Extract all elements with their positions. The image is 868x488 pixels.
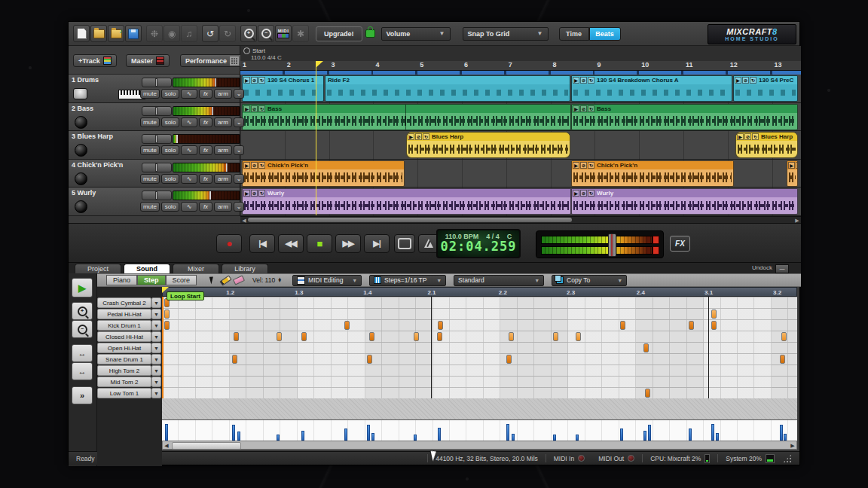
clip-loop-icon[interactable]: ↻ <box>588 77 594 84</box>
upgrade-button[interactable]: Upgrade! <box>316 26 362 41</box>
clip-loop-icon[interactable]: ↻ <box>258 77 265 84</box>
clip-mute-icon[interactable]: ⊘ <box>251 190 258 197</box>
drum-row-label[interactable]: Snare Drum 1 <box>97 354 151 364</box>
solo-button[interactable]: solo <box>161 202 179 212</box>
playhead-flag[interactable] <box>316 61 323 68</box>
clip-header[interactable]: ▶⊘↻Chick'n Pick'n <box>572 161 733 169</box>
track-fader[interactable] <box>142 163 172 172</box>
clip-mute-icon[interactable]: ⊘ <box>796 162 797 169</box>
step-note[interactable] <box>437 332 442 341</box>
zoom-out-button[interactable]: − <box>72 320 93 338</box>
scroll-left-icon[interactable]: ◀ <box>163 442 170 449</box>
clip-play-icon[interactable]: ▶ <box>788 162 795 169</box>
marker-lane[interactable]: Start 110.0 4/4 C <box>240 46 801 62</box>
clip-header[interactable]: ▶⊘↻130 S4 Breakdown Chorus A <box>572 76 732 84</box>
fx-button[interactable]: fx <box>199 174 212 184</box>
fx-button[interactable]: fx <box>199 145 212 155</box>
velocity-bar[interactable] <box>576 435 579 441</box>
clip-play-icon[interactable]: ▶ <box>243 190 250 197</box>
undock-label[interactable]: Undock <box>752 264 772 271</box>
go-to-start-button[interactable]: |◀ <box>249 234 275 253</box>
velocity-bar[interactable] <box>277 435 280 441</box>
fx-button[interactable]: fx <box>199 202 212 212</box>
velocity-bar[interactable] <box>711 424 714 441</box>
velocity-bar[interactable] <box>648 425 651 441</box>
master-track-button[interactable]: Master <box>126 54 170 67</box>
clip-play-icon[interactable]: ▶ <box>735 77 741 84</box>
velocity-bar[interactable] <box>301 431 304 441</box>
chevron-down-icon[interactable]: ▼ <box>151 320 161 331</box>
velocity-lane[interactable] <box>162 419 797 441</box>
master-fx-button[interactable]: FX <box>670 236 690 252</box>
tab-mixer[interactable]: Mixer <box>173 264 219 273</box>
clip-mute-icon[interactable]: ⊘ <box>251 77 258 84</box>
clip-loop-icon[interactable]: ↻ <box>423 133 429 140</box>
copy-to-dropdown[interactable]: Copy To▼ <box>552 275 627 286</box>
velocity-bar[interactable] <box>553 435 556 441</box>
drum-row-label[interactable]: High Tom 2 <box>97 365 151 376</box>
step-grid[interactable] <box>162 297 797 398</box>
midi-panel-icon[interactable]: MIDI <box>275 25 292 42</box>
rewind-button[interactable]: ◀◀ <box>278 234 304 253</box>
track-fader[interactable] <box>142 191 172 200</box>
audio-clip[interactable]: ▶⊘↻Wurly <box>571 188 798 215</box>
fx-button[interactable]: fx <box>199 89 212 99</box>
step-note[interactable] <box>414 332 419 341</box>
audio-clip[interactable]: ▶⊘↻130 S4 Chorus 1 <box>242 75 324 102</box>
clip-play-icon[interactable]: ▶ <box>408 133 414 140</box>
tab-library[interactable]: Library <box>222 264 268 273</box>
chevron-down-icon[interactable]: ▼ <box>151 354 161 364</box>
arm-button[interactable]: arm <box>214 202 232 212</box>
clip-loop-icon[interactable]: ↻ <box>752 133 759 140</box>
track-fader[interactable] <box>142 78 172 87</box>
track-options-chevron[interactable]: ⌄ <box>234 202 244 212</box>
step-note[interactable] <box>645 389 650 398</box>
step-note[interactable] <box>367 355 372 364</box>
timeline-ruler[interactable]: 12345678910111213 <box>240 61 801 70</box>
clip-mute-icon[interactable]: ⊘ <box>580 105 587 112</box>
step-grid-ruler[interactable]: 1.21.31.42.12.22.32.43.13.2 <box>162 287 797 297</box>
solo-button[interactable]: solo <box>161 89 179 99</box>
track-lane[interactable]: ▶⊘↻Wurly▶⊘↻Wurly <box>240 188 801 215</box>
undo-icon[interactable]: ↺ <box>202 25 219 42</box>
velocity-bar[interactable] <box>438 428 441 441</box>
loop-start-flag[interactable] <box>162 287 169 293</box>
velocity-value[interactable]: Vel: 110 <box>252 276 275 284</box>
clip-mute-icon[interactable]: ⊘ <box>251 162 258 169</box>
clip-header[interactable]: ▶⊘↻Chick'n Pick'n <box>243 161 404 169</box>
chevron-down-icon[interactable]: ▼ <box>151 365 161 376</box>
velocity-bar[interactable] <box>367 425 370 441</box>
scroll-right-icon[interactable]: ▶ <box>789 442 796 449</box>
step-note[interactable] <box>164 310 170 319</box>
mode-step-button[interactable]: Step <box>137 275 166 285</box>
time-mode-button[interactable]: Time <box>559 27 589 41</box>
chevron-down-icon[interactable]: ▼ <box>151 388 161 398</box>
audio-clip[interactable]: ▶⊘↻Blues Harp <box>406 132 570 158</box>
audio-clip[interactable]: ▶⊘↻130 S4 Breakdown Chorus A <box>571 75 732 102</box>
step-note[interactable] <box>620 321 625 330</box>
mute-button[interactable]: mute <box>140 202 160 212</box>
chevron-down-icon[interactable]: ▼ <box>151 377 161 387</box>
chevron-down-icon[interactable]: ▼ <box>151 297 161 308</box>
track-lane[interactable]: ▶⊘↻Bass▶⊘↻Bass <box>240 103 801 131</box>
clip-play-icon[interactable]: ▶ <box>243 162 250 169</box>
track-lane[interactable]: ▶⊘↻Chick'n Pick'n▶⊘↻Chick'n Pick'n▶⊘↻ <box>240 160 801 188</box>
step-note[interactable] <box>277 332 282 341</box>
clip-mute-icon[interactable]: ⊘ <box>415 133 422 140</box>
editor-play-button[interactable]: ▶ <box>72 278 93 297</box>
clip-loop-icon[interactable]: ↻ <box>258 190 265 197</box>
audio-clip[interactable]: ▶⊘↻Chick'n Pick'n <box>571 160 734 187</box>
step-note[interactable] <box>711 321 717 330</box>
track-options-chevron[interactable]: ⌄ <box>234 174 244 184</box>
open-project-icon[interactable] <box>90 25 107 42</box>
add-track-button[interactable]: +Track <box>73 54 117 67</box>
velocity-bar[interactable] <box>506 424 509 441</box>
clip-play-icon[interactable]: ▶ <box>573 162 579 169</box>
timeline-hscrollbar[interactable]: ◀ ▶ <box>240 216 801 223</box>
new-project-icon[interactable] <box>73 25 90 42</box>
velocity-bar[interactable] <box>620 429 623 441</box>
velocity-stepper[interactable]: ▲▼ <box>277 278 282 283</box>
zoom-out-icon[interactable]: − <box>258 25 274 42</box>
master-volume-meter[interactable] <box>536 230 664 258</box>
track-header[interactable]: 3 Blues Harpmutesolo∿fxarm⌄ <box>69 131 240 159</box>
